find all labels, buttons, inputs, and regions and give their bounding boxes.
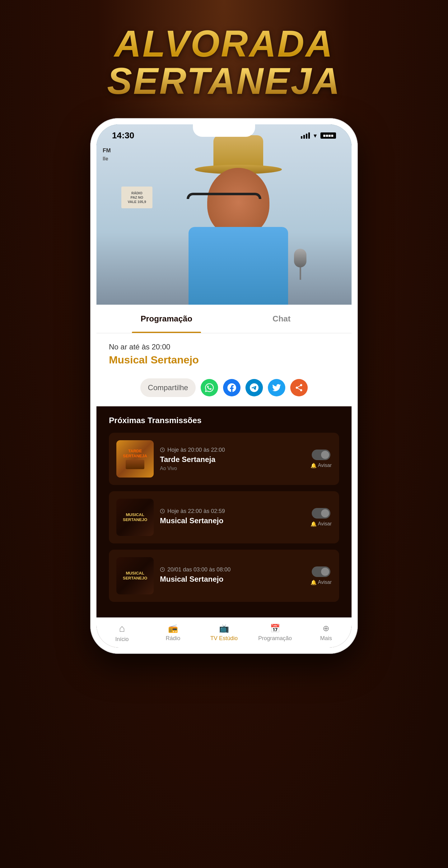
tab-mais-label: Mais [320,635,332,642]
show-notify-2: 🔔 Avisar [310,508,332,527]
radio-sign: RÁDIOPAZ NOVALE 105,9 [121,187,152,208]
clock-icon-1 [160,447,165,452]
clock-icon-3 [160,567,165,572]
tab-inicio[interactable]: ⌂ Início [96,618,147,648]
show-info-3: 20/01 das 03:00 às 08:00 Musical Sertane… [160,566,304,585]
tab-inicio-label: Início [115,636,128,643]
show-time-text-2: Hoje às 22:00 às 02:59 [168,508,225,515]
status-icons: ▾ ■■■■ [301,132,336,139]
mic-head [294,249,306,267]
notify-toggle-2[interactable] [312,508,330,519]
show-info-2: Hoje às 22:00 às 02:59 Musical Sertanejo [160,508,304,527]
show-name-2: Musical Sertanejo [160,516,304,525]
show-time-2: Hoje às 22:00 às 02:59 [160,508,304,515]
home-icon: ⌂ [119,623,125,634]
face [207,168,269,236]
bottom-tab-bar: ⌂ Início 📻 Rádio 📺 TV Estúdio 📅 Programa… [96,617,352,648]
video-area: FM lle RÁDIOPAZ NOVALE 105,9 [96,124,352,305]
notify-text-2: Avisar [318,521,332,527]
signal-bar-2 [303,135,305,138]
notify-label-1: 🔔 Avisar [310,463,332,468]
show-thumb-text-1: TARDESERTANEJA [123,448,147,458]
phone-inner: 14:30 ▾ ■■■■ FM [96,124,352,648]
app-title-text: ALVORADA SERTANEJA [107,25,341,99]
now-playing-section: No ar até às 20:00 Musical Sertanejo [96,333,352,372]
phone-notch [193,124,255,137]
mic-stand [300,267,301,280]
tab-mais[interactable]: ⊕ Mais [301,618,352,648]
share-facebook-button[interactable] [223,379,240,396]
tab-programacao-bottom[interactable]: 📅 Programação [249,618,301,648]
tab-programacao[interactable]: Programação [109,305,224,333]
show-card-1: TARDESERTANEJA Hoje às 20:00 às 22:00 Ta… [109,433,339,485]
show-thumbnail-2: MUSICALSERTANEJO [116,499,154,536]
show-notify-1: 🔔 Avisar [310,450,332,468]
notify-text-3: Avisar [318,580,332,585]
share-section: Compartilhe [96,372,352,406]
share-whatsapp-button[interactable] [201,379,218,396]
show-time-text-1: Hoje às 20:00 às 22:00 [168,447,225,453]
tab-chat[interactable]: Chat [224,305,339,333]
notify-toggle-1[interactable] [312,450,330,460]
phone-mockup: 14:30 ▾ ■■■■ FM [90,118,358,654]
show-thumb-text-3: MUSICALSERTANEJO [123,571,147,581]
show-name-1: Tarde Sertaneja [160,455,304,464]
share-label: Compartilhe [140,378,196,397]
tab-tv-estudio[interactable]: 📺 TV Estúdio [199,618,249,648]
now-playing-label: No ar até às 20:00 [109,343,339,351]
show-notify-3: 🔔 Avisar [310,566,332,585]
title-line2: SERTANEJA [107,60,341,102]
show-time-3: 20/01 das 03:00 às 08:00 [160,566,304,573]
signal-bar-1 [301,136,302,138]
next-shows-section: Próximas Transmissões TARDESERTANEJA Hoj… [96,406,352,617]
tab-radio-label: Rádio [166,635,180,642]
title-line1: ALVORADA [114,23,333,64]
tv-icon: 📺 [219,624,229,633]
notify-toggle-3[interactable] [312,566,330,577]
radio-icon: 📻 [168,624,178,633]
show-card-2: MUSICALSERTANEJO Hoje às 22:00 às 02:59 … [109,491,339,544]
bell-icon-2: 🔔 [310,521,317,527]
shirt [188,227,288,305]
battery-icon: ■■■■ [321,132,336,138]
show-name-3: Musical Sertanejo [160,575,304,584]
bell-icon-3: 🔔 [310,580,317,585]
content-tabs: Programação Chat [96,305,352,333]
status-time: 14:30 [112,131,135,141]
plus-circle-icon: ⊕ [323,624,329,633]
share-twitter-button[interactable] [268,379,285,396]
share-telegram-button[interactable] [245,379,263,396]
bell-icon-1: 🔔 [310,463,317,468]
next-shows-title: Próximas Transmissões [109,416,339,425]
tab-programacao-label: Programação [141,314,192,323]
signal-bar-4 [308,132,310,138]
show-thumbnail-1: TARDESERTANEJA [116,440,154,477]
notify-text-1: Avisar [318,463,332,468]
microphone [293,249,308,286]
now-playing-show: Musical Sertanejo [109,354,339,366]
signal-bars-icon [301,132,310,138]
tab-radio[interactable]: 📻 Rádio [147,618,199,648]
show-time-1: Hoje às 20:00 às 22:00 [160,447,304,453]
show-thumb-text-2: MUSICALSERTANEJO [123,513,147,522]
headphones-indicator [187,193,261,199]
notify-label-2: 🔔 Avisar [310,521,332,527]
wifi-icon: ▾ [313,132,317,139]
person-figure [167,124,310,305]
fm-label: FM lle [103,146,111,162]
tab-prog-label: Programação [258,635,292,642]
app-title: ALVORADA SERTANEJA [107,25,341,99]
signal-bar-3 [306,134,307,138]
notify-label-3: 🔔 Avisar [310,580,332,585]
show-thumbnail-3: MUSICALSERTANEJO [116,557,154,594]
calendar-icon: 📅 [270,624,280,633]
clock-icon-2 [160,508,165,514]
page-wrapper: ALVORADA SERTANEJA 14:30 ▾ ■■■■ [0,0,448,654]
show-time-text-3: 20/01 das 03:00 às 08:00 [168,566,231,573]
share-other-button[interactable] [290,379,308,396]
show-card-3: MUSICALSERTANEJO 20/01 das 03:00 às 08:0… [109,550,339,602]
show-live-badge-1: Ao Vivo [160,466,304,471]
tab-tv-label: TV Estúdio [210,635,238,642]
show-info-1: Hoje às 20:00 às 22:00 Tarde Sertaneja A… [160,447,304,471]
tab-chat-label: Chat [272,314,291,323]
